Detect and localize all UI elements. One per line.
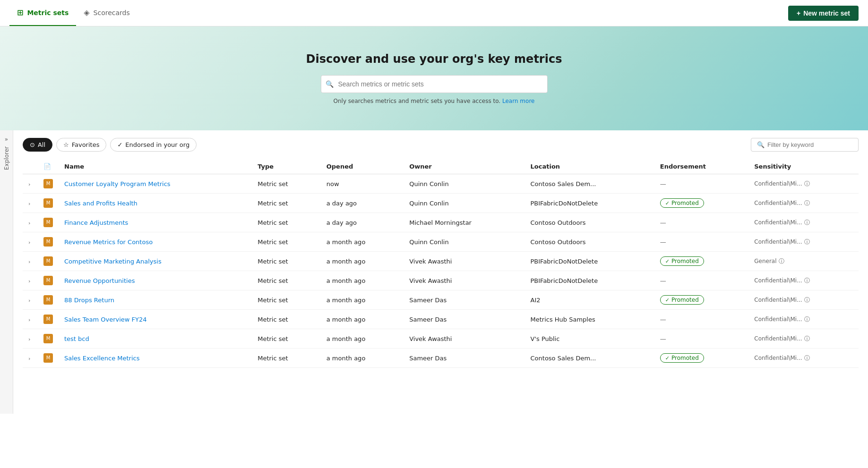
sensitivity-info-icon[interactable]: ⓘ [804, 180, 810, 188]
table-row: ›M88 Drops ReturnMetric seta month agoSa… [23, 290, 859, 310]
row-location-9: Contoso Sales Dem... [525, 349, 654, 368]
metric-name-link[interactable]: Sales and Profits Health [64, 200, 138, 207]
row-name-6[interactable]: 88 Drops Return [59, 290, 252, 310]
metric-name-link[interactable]: Sales Team Overview FY24 [64, 316, 147, 323]
promoted-badge: ✓ Promoted [660, 295, 704, 305]
row-name-3[interactable]: Revenue Metrics for Contoso [59, 232, 252, 252]
row-opened-3: a month ago [321, 232, 404, 252]
row-name-0[interactable]: Customer Loyalty Program Metrics [59, 174, 252, 194]
sensitivity-info-icon[interactable]: ⓘ [804, 238, 810, 246]
row-owner-4: Vivek Awasthi [404, 252, 524, 271]
row-owner-2: Michael Morningstar [404, 213, 524, 232]
row-expand-8[interactable]: › [23, 329, 38, 349]
row-expand-7[interactable]: › [23, 310, 38, 329]
sensitivity-value: Generalⓘ [754, 257, 853, 265]
row-expand-2[interactable]: › [23, 213, 38, 232]
row-expand-5[interactable]: › [23, 271, 38, 290]
sensitivity-value: Confidential\Mi...ⓘ [754, 354, 853, 362]
table-row: ›MRevenue Metrics for ContosoMetric seta… [23, 232, 859, 252]
main-content: ⊙ All ☆ Favorites ✓ Endorsed in your org… [13, 130, 868, 414]
metric-name-link[interactable]: Customer Loyalty Program Metrics [64, 180, 171, 187]
row-expand-1[interactable]: › [23, 194, 38, 213]
row-expand-3[interactable]: › [23, 232, 38, 252]
search-input[interactable] [321, 75, 548, 93]
row-opened-6: a month ago [321, 290, 404, 310]
metric-set-icon: M [43, 218, 53, 227]
row-type-7: Metric set [252, 310, 321, 329]
sensitivity-info-icon[interactable]: ⓘ [779, 257, 784, 265]
col-endorsement[interactable]: Endorsement [654, 159, 748, 174]
col-opened[interactable]: Opened [321, 159, 404, 174]
row-metric-icon-7: M [38, 310, 59, 329]
table-row: ›MSales and Profits HealthMetric seta da… [23, 194, 859, 213]
row-sensitivity-4: Generalⓘ [748, 252, 859, 271]
row-metric-icon-1: M [38, 194, 59, 213]
row-expand-6[interactable]: › [23, 290, 38, 310]
row-type-6: Metric set [252, 290, 321, 310]
col-type[interactable]: Type [252, 159, 321, 174]
row-expand-0[interactable]: › [23, 174, 38, 194]
col-sensitivity[interactable]: Sensitivity [748, 159, 859, 174]
sensitivity-value: Confidential\Mi...ⓘ [754, 315, 853, 323]
sensitivity-info-icon[interactable]: ⓘ [804, 354, 810, 362]
filter-tab-favorites[interactable]: ☆ Favorites [56, 138, 106, 152]
sensitivity-info-icon[interactable]: ⓘ [804, 335, 810, 343]
table-row: ›MFinance AdjustmentsMetric seta day ago… [23, 213, 859, 232]
row-metric-icon-5: M [38, 271, 59, 290]
metric-set-icon: M [43, 353, 53, 363]
metric-name-link[interactable]: Competitive Marketing Analysis [64, 258, 162, 265]
row-opened-2: a day ago [321, 213, 404, 232]
sensitivity-value: Confidential\Mi...ⓘ [754, 296, 853, 304]
metric-name-link[interactable]: test bcd [64, 335, 89, 342]
row-sensitivity-2: Confidential\Mi...ⓘ [748, 213, 859, 232]
sensitivity-info-icon[interactable]: ⓘ [804, 199, 810, 207]
sensitivity-value: Confidential\Mi...ⓘ [754, 180, 853, 188]
metric-name-link[interactable]: 88 Drops Return [64, 297, 114, 304]
filter-tab-all[interactable]: ⊙ All [23, 138, 52, 152]
tab-scorecards[interactable]: ◈ Scorecards [76, 0, 138, 26]
col-location[interactable]: Location [525, 159, 654, 174]
row-name-5[interactable]: Revenue Opportunities [59, 271, 252, 290]
sensitivity-info-icon[interactable]: ⓘ [804, 219, 810, 227]
metric-name-link[interactable]: Finance Adjustments [64, 219, 128, 226]
row-endorsement-3: — [654, 232, 748, 252]
metric-name-link[interactable]: Revenue Opportunities [64, 277, 135, 284]
sensitivity-info-icon[interactable]: ⓘ [804, 315, 810, 323]
keyword-filter-icon: 🔍 [757, 141, 765, 148]
row-name-9[interactable]: Sales Excellence Metrics [59, 349, 252, 368]
row-location-0: Contoso Sales Dem... [525, 174, 654, 194]
keyword-filter-input[interactable] [767, 141, 852, 148]
sensitivity-info-icon[interactable]: ⓘ [804, 277, 810, 285]
content-area: » Explorer ⊙ All ☆ Favorites ✓ Endorsed … [0, 130, 868, 414]
row-name-1[interactable]: Sales and Profits Health [59, 194, 252, 213]
new-metric-set-label: New metric set [803, 9, 850, 17]
row-name-7[interactable]: Sales Team Overview FY24 [59, 310, 252, 329]
row-expand-9[interactable]: › [23, 349, 38, 368]
row-name-4[interactable]: Competitive Marketing Analysis [59, 252, 252, 271]
learn-more-link[interactable]: Learn more [502, 98, 534, 104]
sensitivity-value: Confidential\Mi...ⓘ [754, 277, 853, 285]
promoted-badge: ✓ Promoted [660, 353, 704, 363]
explorer-expand-arrow[interactable]: » [5, 136, 8, 143]
metric-name-link[interactable]: Revenue Metrics for Contoso [64, 238, 153, 246]
tab-metric-sets[interactable]: ⊞ Metric sets [9, 0, 76, 26]
col-owner[interactable]: Owner [404, 159, 524, 174]
explorer-sidebar: » Explorer [0, 130, 13, 414]
nav-tabs: ⊞ Metric sets ◈ Scorecards [9, 0, 138, 26]
hero-subtext: Only searches metrics and metric sets yo… [334, 98, 535, 104]
no-endorsement: — [660, 219, 666, 226]
col-name[interactable]: Name [59, 159, 252, 174]
metric-name-link[interactable]: Sales Excellence Metrics [64, 355, 140, 362]
endorsed-icon: ✓ [117, 141, 122, 148]
tab-scorecards-label: Scorecards [94, 9, 130, 17]
row-endorsement-9: ✓ Promoted [654, 349, 748, 368]
row-sensitivity-1: Confidential\Mi...ⓘ [748, 194, 859, 213]
row-name-8[interactable]: test bcd [59, 329, 252, 349]
sensitivity-info-icon[interactable]: ⓘ [804, 296, 810, 304]
filter-tab-endorsed[interactable]: ✓ Endorsed in your org [110, 138, 197, 152]
row-expand-4[interactable]: › [23, 252, 38, 271]
explorer-label[interactable]: Explorer [3, 146, 10, 170]
new-metric-set-button[interactable]: + New metric set [788, 6, 859, 21]
no-endorsement: — [660, 180, 666, 187]
row-name-2[interactable]: Finance Adjustments [59, 213, 252, 232]
